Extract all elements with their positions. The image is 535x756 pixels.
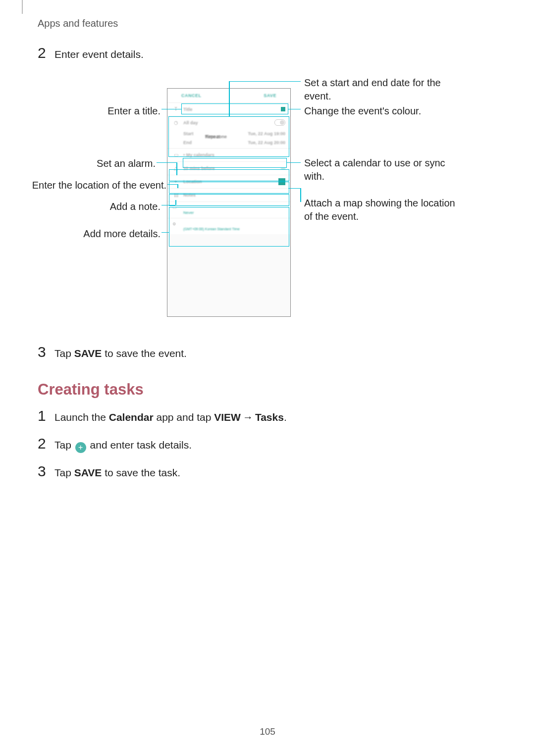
globe-icon: ⊕	[172, 221, 179, 226]
line-location-v	[177, 184, 178, 188]
line-date-h	[229, 81, 301, 82]
line-calendar	[287, 162, 301, 163]
step-text: Launch the Calendar app and tap VIEW→Tas…	[54, 409, 287, 425]
step-text: Enter event details.	[54, 47, 144, 62]
calendar-row[interactable]: ▭ • My calendars	[167, 149, 290, 162]
callout-alarm: Set an alarm.	[33, 157, 156, 170]
end-label: End	[183, 140, 192, 145]
event-figure: Enter a title. Set an alarm. Enter the l…	[38, 77, 503, 330]
page-header: Apps and features	[38, 18, 118, 29]
step-number: 2	[38, 46, 54, 60]
end-time[interactable]: Tue, 22 Aug 20:00	[248, 140, 285, 145]
step-text: Tap + and enter task details.	[54, 437, 192, 453]
header-tick	[22, 0, 23, 14]
allday-row[interactable]: ◷ All day	[167, 116, 290, 129]
page-number: 105	[0, 726, 535, 737]
step-number: 3	[38, 345, 54, 359]
repeat-icon: ▭	[172, 205, 179, 210]
reminder-delete[interactable]: —	[281, 166, 285, 171]
callout-map: Attach a map showing the location of the…	[304, 197, 463, 223]
reminder-label: 10 mins before	[183, 166, 215, 171]
notes-field[interactable]: Notes	[183, 193, 196, 198]
repeat-value: Never	[183, 210, 194, 215]
repeat-row[interactable]: ▭ Repeat Never	[167, 202, 290, 218]
notes-row[interactable]: ▤ Notes	[167, 189, 290, 202]
arrow-icon: →	[243, 411, 253, 423]
step-number: 2	[38, 436, 54, 451]
callout-date: Set a start and end date for the event.	[304, 76, 463, 103]
callout-color: Change the event's colour.	[304, 104, 463, 118]
step-text: Tap SAVE to save the task.	[54, 465, 180, 481]
allday-toggle[interactable]	[274, 119, 285, 126]
line-map-h	[288, 188, 301, 189]
section-heading: Creating tasks	[38, 381, 503, 399]
line-date-v	[229, 81, 230, 116]
calendar-icon: ▭	[172, 152, 179, 157]
note-icon: ▤	[172, 192, 179, 198]
callout-location: Enter the location of the event.	[28, 179, 166, 192]
cancel-button[interactable]: CANCEL	[181, 93, 202, 98]
line-map-v	[300, 188, 301, 202]
step-3: 3 Tap SAVE to save the event.	[38, 345, 503, 361]
tz-value: (GMT+09:00) Korean Standard Time	[183, 227, 240, 231]
line-alarm-h	[157, 162, 176, 163]
line-location-h	[167, 184, 177, 185]
callout-more: Add more details.	[33, 227, 160, 241]
bell-icon: △	[172, 165, 179, 171]
end-row[interactable]: End Tue, 22 Aug 20:00	[167, 138, 290, 149]
line-color	[288, 109, 301, 110]
phone-mock: CANCEL SAVE T Title ◷ All day Start Tue,…	[167, 88, 291, 317]
location-field[interactable]: Location	[183, 179, 202, 184]
step-number: 1	[38, 408, 54, 423]
line-alarm-v	[176, 162, 177, 175]
title-field[interactable]: Title	[183, 107, 192, 112]
allday-label: All day	[183, 120, 198, 125]
callout-title: Enter a title.	[33, 104, 160, 118]
location-row[interactable]: ⌖ Location	[167, 175, 290, 189]
line-title	[161, 109, 181, 110]
task-step-3: 3 Tap SAVE to save the task.	[38, 464, 503, 481]
tz-label: Time zone	[205, 134, 535, 139]
timezone-row[interactable]: ⊕ Time zone (GMT+09:00) Korean Standard …	[167, 218, 290, 234]
start-label: Start	[183, 131, 194, 136]
map-button[interactable]	[278, 178, 285, 185]
callout-calendar: Select a calendar to use or sync with.	[304, 156, 463, 183]
line-note-h	[161, 205, 175, 206]
calendar-label: • My calendars	[183, 152, 214, 157]
step-text: Tap SAVE to save the event.	[54, 346, 187, 361]
reminder-row[interactable]: △ 10 mins before —	[167, 162, 290, 175]
line-note-v	[175, 200, 176, 205]
task-step-1: 1 Launch the Calendar app and tap VIEW→T…	[38, 408, 503, 425]
clock-icon: ◷	[172, 120, 179, 125]
color-chip[interactable]	[281, 107, 285, 111]
task-step-2: 2 Tap + and enter task details.	[38, 436, 503, 453]
callout-note: Add a note.	[33, 200, 160, 213]
step-number: 3	[38, 464, 54, 479]
save-button[interactable]: SAVE	[264, 93, 276, 98]
plus-icon: +	[75, 442, 86, 453]
line-more	[161, 232, 169, 233]
step-2: 2 Enter event details.	[38, 46, 503, 62]
